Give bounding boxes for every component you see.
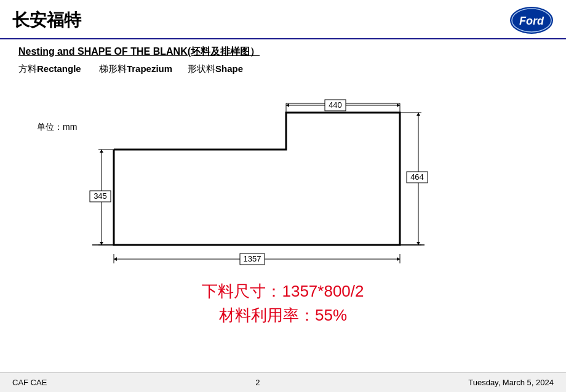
svg-marker-15 [417,113,420,116]
svg-text:Ford: Ford [519,15,544,27]
section-title: Nesting and SHAPE OF THE BLANK(坯料及排样图） [18,46,548,58]
material-rate-label: 材料利用率： [219,306,315,324]
rect-cn: 方料 [18,64,37,74]
svg-marker-29 [114,257,117,261]
svg-text:440: 440 [329,100,342,110]
footer-page-number: 2 [255,378,260,387]
footer-left: CAF CAE [12,378,47,387]
result-section: 下料尺寸：1357*800/2 材料利用率：55% [18,281,548,326]
trap-en: Trapezium [127,63,172,74]
cutting-size-value: 1357*800/2 [282,282,364,300]
footer-date: Tuesday, March 5, 2024 [468,378,554,387]
blank-shape-diagram: 单位：mm 440 [18,85,548,276]
svg-marker-22 [100,150,103,153]
company-title: 长安福特 [12,9,81,32]
footer: CAF CAE 2 Tuesday, March 5, 2024 [0,372,566,392]
trap-cn: 梯形料 [99,64,127,74]
svg-marker-30 [397,257,400,261]
material-types: 方料Rectangle 梯形料Trapezium 形状料Shape [18,63,548,75]
ford-logo-icon: Ford [509,6,554,34]
material-rate-value: 55% [315,306,347,324]
header: 长安福特 Ford [0,0,566,39]
svg-marker-8 [286,103,289,107]
shape-en: Shape [215,63,243,74]
content-area: Nesting and SHAPE OF THE BLANK(坯料及排样图） 方… [0,39,566,332]
cutting-size-text: 下料尺寸：1357*800/2 [18,281,548,302]
svg-marker-9 [397,103,400,107]
svg-text:1357: 1357 [244,254,261,263]
shape-cn: 形状料 [188,64,215,74]
svg-text:345: 345 [94,191,107,201]
svg-text:464: 464 [410,172,424,182]
material-rate-text: 材料利用率：55% [18,305,548,326]
shape-svg: 440 464 345 [18,85,548,276]
cutting-size-label: 下料尺寸： [202,282,282,300]
rect-en: Rectangle [37,63,81,74]
